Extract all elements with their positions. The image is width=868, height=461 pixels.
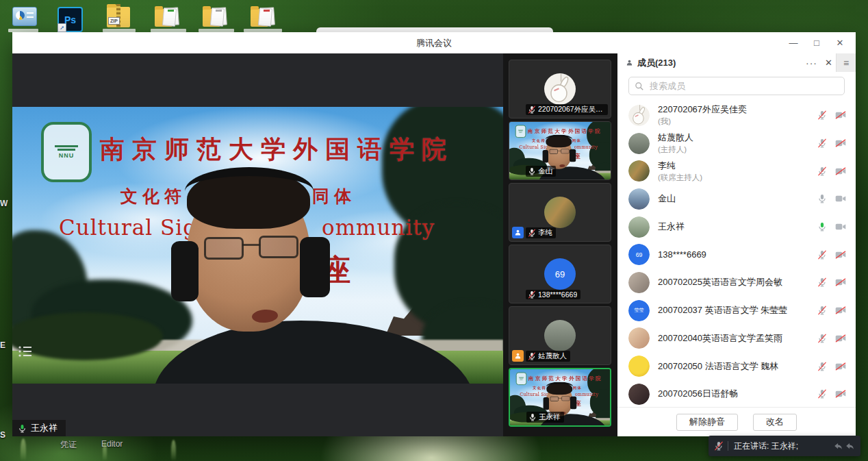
zip-archive-icon[interactable]: ZIP: [107, 7, 130, 27]
camera-status-icon[interactable]: [835, 334, 846, 342]
mic-status-icon[interactable]: [817, 166, 827, 176]
banner-line2-left: 文化符: [533, 386, 546, 390]
member-role: (我): [658, 116, 817, 127]
member-row[interactable]: 220702067外应吴佳奕 (我): [617, 101, 856, 129]
participant-list-toggle-icon[interactable]: [18, 345, 33, 358]
mic-icon: [528, 229, 536, 237]
member-row[interactable]: 姑蔑散人 (主持人): [617, 129, 856, 158]
banner-line3-left: Cultural Sig: [520, 392, 548, 397]
role-badge-icon: [512, 165, 524, 177]
rename-button[interactable]: 改名: [753, 414, 797, 431]
toast-action-icons[interactable]: [833, 442, 855, 451]
camera-status-icon[interactable]: [835, 390, 846, 398]
banner-line2-right: 同体: [573, 386, 582, 390]
camera-status-icon[interactable]: [835, 278, 846, 286]
folder-documents-green-icon[interactable]: [155, 7, 181, 27]
member-list: 220702067外应吴佳奕 (我) 姑蔑散人 (主持人) 李纯 (联席主持人): [617, 101, 856, 407]
mic-status-icon[interactable]: [817, 306, 827, 315]
mic-icon: [528, 290, 536, 299]
member-row[interactable]: 莹莹 200702037 英语语言文学 朱莹莹: [617, 297, 856, 325]
mic-icon: [528, 413, 537, 421]
member-role: (联席主持人): [658, 173, 817, 183]
banner-line1: 南京师范大学外国语学院: [528, 375, 602, 382]
search-icon: [635, 82, 644, 91]
camera-status-icon[interactable]: [835, 111, 846, 119]
member-avatar: [628, 272, 650, 293]
mic-muted-icon[interactable]: [714, 441, 724, 451]
camera-status-icon[interactable]: [835, 167, 846, 175]
speaker-name: 王永祥: [31, 422, 58, 434]
desktop-label-fragment: E: [0, 340, 5, 350]
video-thumbnail[interactable]: 220702067外应吴佳奕: [509, 60, 611, 119]
member-row[interactable]: 金山: [617, 185, 856, 213]
member-row[interactable]: 200702025英语语言文学周会敏: [617, 269, 856, 297]
member-search-input[interactable]: [648, 80, 839, 92]
camera-status-icon[interactable]: [835, 306, 846, 314]
video-thumbnail[interactable]: NNU 南京师范大学外国语学院 文化符 同体 Cultural Sig ommu…: [509, 121, 611, 180]
photoshop-icon[interactable]: Ps➚: [58, 7, 83, 32]
member-name: 金山: [658, 192, 817, 205]
mic-status-icon[interactable]: [817, 194, 827, 203]
speaking-toast: 正在讲话: 王永祥;: [709, 436, 860, 456]
camera-status-icon[interactable]: [835, 139, 846, 147]
video-thumbnail[interactable]: 69 138****6669: [509, 245, 611, 303]
video-thumbnail-strip: 220702067外应吴佳奕 NNU 南京师范大学外国语学院 文化符 同体 Cu…: [503, 53, 617, 436]
member-name: 200702025英语语言文学周会敏: [658, 276, 817, 288]
video-thumbnail[interactable]: 姑蔑散人: [509, 306, 611, 365]
main-video-stage: NNU 南京师范大学外国语学院 文化符 同体 Cultural Sig ommu…: [12, 53, 503, 436]
folder-documents-icon[interactable]: [203, 7, 229, 27]
participant-name-tag: 220702067外应吴佳奕: [526, 104, 608, 115]
member-row[interactable]: 200702050 法语语言文学 魏林: [617, 352, 856, 380]
video-thumbnail[interactable]: NNU 南京师范大学外国语学院 文化符 同体 Cultural Sig ommu…: [509, 368, 611, 427]
banner-line3-left: Cultural Sig: [59, 215, 197, 240]
member-row[interactable]: 王永祥: [617, 213, 856, 241]
mic-status-icon[interactable]: [817, 138, 827, 148]
member-avatar: [628, 188, 650, 210]
members-panel-footer: 解除静音 改名: [617, 407, 856, 436]
mic-status-icon[interactable]: [817, 362, 827, 371]
tencent-meeting-window: 腾讯会议 — □ ✕ NNU 南京师范大学外国语学院 文化符 同体 Cultur…: [12, 32, 856, 436]
unmute-button[interactable]: 解除静音: [676, 414, 738, 431]
member-name: 220702067外应吴佳奕: [658, 103, 817, 116]
control-panel-icon[interactable]: [12, 7, 37, 26]
mic-status-icon[interactable]: [817, 277, 827, 287]
member-avatar: [628, 133, 650, 154]
member-avatar: [628, 216, 650, 238]
banner-line2-left: 文化符: [120, 185, 186, 208]
member-name: 200702056日语舒畅: [658, 388, 817, 400]
panel-more-button[interactable]: ···: [806, 58, 817, 68]
folder-documents-red-icon[interactable]: [251, 7, 277, 27]
mic-status-icon[interactable]: [817, 222, 827, 232]
member-search-box[interactable]: [628, 77, 845, 95]
maximize-button[interactable]: □: [805, 32, 828, 53]
mic-status-icon[interactable]: [817, 334, 827, 343]
camera-status-icon[interactable]: [835, 223, 846, 231]
member-row[interactable]: 200702040英语语言文学孟笑雨: [617, 325, 856, 353]
member-row[interactable]: 李纯 (联席主持人): [617, 157, 856, 185]
role-badge-icon: [512, 103, 524, 115]
camera-status-icon[interactable]: [835, 362, 846, 371]
desktop: Ps➚ ZIP W E S 凭证 Editor 腾讯会议 — □ ✕: [0, 0, 868, 461]
close-button[interactable]: ✕: [828, 32, 852, 53]
desktop-icon-label[interactable]: 凭证: [60, 439, 77, 451]
member-row[interactable]: 200702056日语舒畅: [617, 380, 856, 407]
participant-name: 姑蔑散人: [538, 351, 567, 361]
video-thumbnail[interactable]: 李纯: [509, 183, 611, 242]
member-row[interactable]: 69 138****6669: [617, 240, 856, 269]
camera-status-icon[interactable]: [835, 251, 846, 259]
speaker-name-tag: 王永祥: [12, 420, 66, 436]
banner-line1: 南京师范大学外国语学院: [100, 133, 454, 166]
camera-status-icon[interactable]: [835, 195, 846, 203]
panel-list-menu-button[interactable]: ≡: [836, 53, 856, 72]
panel-close-button[interactable]: ✕: [825, 58, 832, 68]
mic-status-icon[interactable]: [817, 110, 827, 120]
role-badge-icon: [512, 350, 524, 362]
mic-status-icon[interactable]: [817, 389, 827, 399]
member-avatar: 69: [628, 244, 650, 265]
role-badge-icon: [512, 288, 524, 300]
mic-status-icon[interactable]: [817, 250, 827, 260]
minimize-button[interactable]: —: [782, 32, 805, 53]
banner-line3-right: ommunity: [322, 215, 435, 240]
role-badge-icon: [513, 411, 524, 423]
members-panel-header: 成员(213) ··· ✕ ≡: [617, 53, 856, 72]
